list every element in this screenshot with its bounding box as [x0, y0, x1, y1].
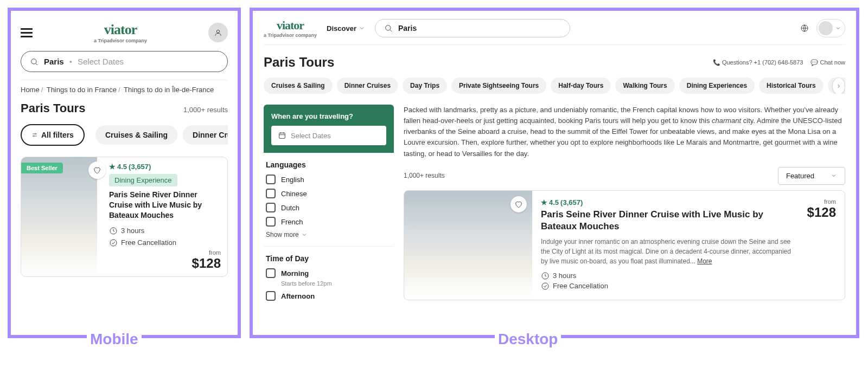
phone-link[interactable]: 📞 Questions? +1 (702) 648-5873	[713, 59, 803, 66]
discover-menu[interactable]: Discover	[327, 24, 365, 33]
check-circle-icon	[541, 282, 550, 290]
favorite-button[interactable]	[88, 162, 106, 179]
checkbox-chinese[interactable]: Chinese	[266, 189, 392, 198]
sort-dropdown[interactable]: Featured	[778, 167, 845, 185]
svg-point-10	[542, 283, 548, 289]
separator-dot: •	[69, 57, 72, 66]
chip-historical[interactable]: Historical Tours	[759, 78, 823, 94]
languages-title: Languages	[266, 160, 392, 169]
cancellation-row: Free Cancellation	[541, 282, 793, 290]
search-icon	[30, 57, 39, 66]
review-count: (3,657)	[560, 198, 583, 206]
results-count: 1,000+ results	[404, 172, 445, 179]
hamburger-menu-icon[interactable]	[21, 26, 33, 40]
price-value: $128	[109, 256, 221, 271]
card-title: Paris Seine River Dinner Cruise with Liv…	[541, 209, 793, 233]
morning-subtitle: Starts before 12pm	[281, 280, 392, 287]
time-of-day-filter: Time of Day Morning Starts before 12pm A…	[264, 247, 394, 313]
svg-point-1	[31, 59, 36, 63]
favorite-button[interactable]	[510, 196, 527, 212]
mobile-header: viator a Tripadvisor company	[21, 22, 228, 43]
svg-point-3	[34, 135, 35, 137]
card-image: Best Seller	[21, 157, 97, 276]
chips-next-button[interactable]	[832, 78, 845, 94]
destination-description: Packed with landmarks, pretty as a pictu…	[404, 105, 845, 159]
desktop-frame: viator a Tripadvisor company Discover Pa…	[250, 8, 859, 338]
breadcrumb-idf[interactable]: Things to do in Île-de-France	[124, 86, 214, 94]
checkbox-french[interactable]: French	[266, 217, 392, 227]
brand-name: viator	[94, 22, 147, 38]
checkbox-english[interactable]: English	[266, 175, 392, 184]
svg-point-5	[110, 240, 117, 246]
rating: ★ 4.5 (3,657)	[109, 163, 221, 171]
globe-icon[interactable]	[800, 24, 809, 33]
chip-dining[interactable]: Dining Experiences	[679, 78, 755, 94]
category-chips-row: Cruises & Sailing Dinner Cruises Day Tri…	[264, 78, 845, 94]
search-bar[interactable]: Paris • Select Dates	[21, 51, 228, 72]
price-value: $128	[803, 205, 836, 220]
all-filters-button[interactable]: All filters	[21, 124, 85, 146]
checkbox-morning[interactable]: Morning	[266, 268, 392, 278]
svg-point-2	[35, 133, 36, 134]
chip-cruises[interactable]: Cruises & Sailing	[95, 125, 177, 145]
search-icon	[384, 24, 393, 33]
svg-point-6	[386, 25, 391, 30]
best-seller-badge: Best Seller	[21, 163, 63, 173]
discover-label: Discover	[327, 24, 356, 33]
filter-chips-row: All filters Cruises & Sailing Dinner Cru…	[21, 124, 228, 146]
chip-cruises[interactable]: Cruises & Sailing	[264, 78, 333, 94]
rating: ★ 4.5 (3,657)	[541, 198, 793, 206]
search-bar[interactable]: Paris	[375, 19, 570, 37]
cancel-text: Free Cancellation	[121, 238, 176, 247]
profile-menu[interactable]	[816, 19, 845, 37]
duration-row: 3 hours	[109, 227, 221, 235]
chip-half-day[interactable]: Half-day Tours	[551, 78, 611, 94]
desktop-frame-label: Desktop	[495, 331, 561, 348]
chip-dinner-cruises[interactable]: Dinner Cruises	[337, 78, 398, 94]
breadcrumb-home[interactable]: Home	[21, 86, 40, 94]
page-title: Paris Tours	[264, 55, 334, 70]
select-dates-input[interactable]: Select Dates	[271, 126, 386, 145]
price-from-label: from	[803, 198, 836, 205]
search-query: Paris	[44, 57, 64, 66]
heart-icon	[514, 200, 523, 209]
brand-tagline: a Tripadvisor company	[264, 33, 317, 38]
star-icon: ★	[541, 198, 547, 206]
chevron-down-icon	[835, 25, 841, 31]
chat-link[interactable]: 💬 Chat now	[810, 59, 845, 66]
sort-value: Featured	[786, 172, 814, 180]
search-query: Paris	[398, 24, 417, 33]
duration-text: 3 hours	[121, 227, 144, 235]
result-card[interactable]: Best Seller ★ 4.5 (3,657) Dining Experie…	[21, 157, 228, 277]
show-more-languages[interactable]: Show more	[266, 231, 392, 238]
chip-walking[interactable]: Walking Tours	[615, 78, 674, 94]
chip-dinner[interactable]: Dinner Cruis	[183, 125, 228, 145]
checkbox-dutch[interactable]: Dutch	[266, 203, 392, 212]
experience-tag: Dining Experience	[109, 174, 177, 186]
mobile-frame-label: Mobile	[87, 331, 142, 348]
chip-private-sightseeing[interactable]: Private Sightseeing Tours	[451, 78, 546, 94]
rating-value: 4.5	[549, 198, 559, 206]
cancel-text: Free Cancellation	[553, 282, 608, 290]
all-filters-label: All filters	[41, 131, 74, 139]
chevron-down-icon	[359, 25, 365, 31]
more-link[interactable]: More	[697, 257, 712, 265]
contact-bar: 📞 Questions? +1 (702) 648-5873 💬 Chat no…	[713, 59, 845, 66]
duration-row: 3 hours	[541, 272, 793, 280]
page-title: Paris Tours	[21, 101, 85, 115]
languages-filter: Languages English Chinese Dutch French S…	[264, 153, 394, 247]
brand-name: viator	[264, 18, 317, 33]
checkbox-afternoon[interactable]: Afternoon	[266, 291, 392, 301]
chip-day-trips[interactable]: Day Trips	[403, 78, 447, 94]
brand-logo[interactable]: viator a Tripadvisor company	[94, 22, 147, 43]
check-circle-icon	[109, 238, 118, 247]
brand-tagline: a Tripadvisor company	[94, 38, 147, 43]
result-card[interactable]: ★ 4.5 (3,657) Paris Seine River Dinner C…	[404, 190, 845, 300]
brand-logo[interactable]: viator a Tripadvisor company	[264, 18, 317, 38]
chevron-down-icon	[831, 172, 837, 179]
profile-avatar-icon[interactable]	[208, 23, 228, 42]
user-icon	[214, 28, 222, 37]
breadcrumb-france[interactable]: Things to do in France	[47, 86, 117, 94]
svg-point-0	[216, 30, 219, 33]
cancellation-row: Free Cancellation	[109, 238, 221, 247]
